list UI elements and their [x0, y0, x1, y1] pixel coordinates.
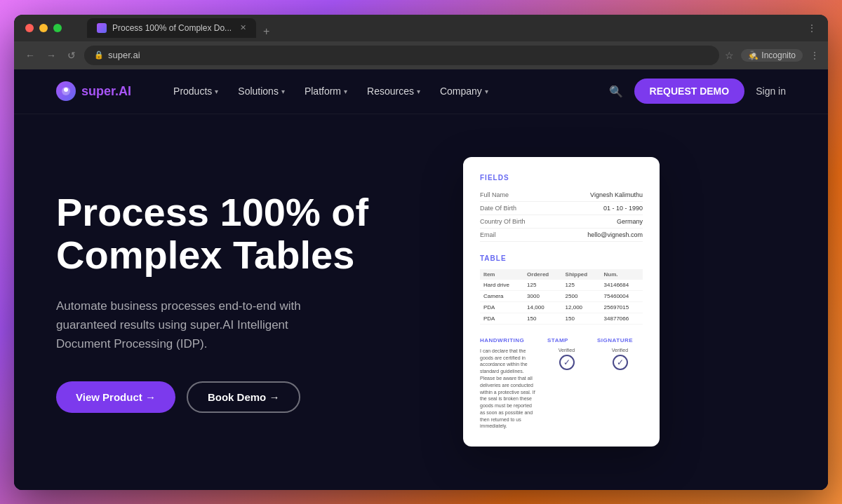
table-header-item: Item [480, 269, 523, 280]
incognito-icon: 🕵 [748, 50, 759, 60]
site-logo[interactable]: super.AI [56, 81, 131, 101]
table-cell: 3000 [523, 290, 561, 301]
table-cell: 2500 [562, 290, 601, 301]
chevron-down-icon: ▾ [215, 88, 218, 95]
nav-solutions-label: Solutions [238, 86, 279, 97]
signature-col: SIGNATURE Verified ✓ [597, 337, 643, 430]
nav-products-label: Products [173, 86, 212, 97]
table-cell: PDA [480, 313, 523, 324]
lock-icon: 🔒 [94, 50, 104, 60]
chevron-down-icon: ▾ [344, 88, 347, 95]
field-label-dob: Date Of Birth [480, 205, 516, 212]
field-value-dob: 01 - 10 - 1990 [603, 205, 643, 212]
browser-toolbar: ← → ↺ 🔒 super.ai ☆ 🕵 Incognito ⋮ [14, 41, 828, 69]
address-bar[interactable]: 🔒 super.ai [84, 46, 719, 65]
refresh-button[interactable]: ↺ [65, 48, 79, 62]
nav-item-resources[interactable]: Resources ▾ [359, 80, 429, 102]
doc-bottom-section: HANDWRITING I can declare that the goods… [480, 337, 643, 430]
close-window-button[interactable] [25, 24, 34, 32]
table-header-ordered: Ordered [523, 269, 561, 280]
table-cell: 34146684 [601, 280, 643, 291]
new-tab-button[interactable]: + [259, 25, 274, 38]
table-cell: 34877066 [601, 313, 643, 324]
signature-verified-badge: Verified ✓ [597, 348, 643, 370]
logo-icon [56, 81, 76, 101]
nav-item-company[interactable]: Company ▾ [432, 80, 497, 102]
doc-table-section: TABLE Item Ordered Shipped Num. [480, 254, 643, 325]
chevron-down-icon: ▾ [485, 88, 488, 95]
table-row: Camera 3000 2500 75460004 [480, 290, 643, 301]
browser-more-button[interactable]: ⋮ [807, 22, 817, 34]
fields-section-title: FIELDS [480, 174, 643, 182]
tab-bar: Process 100% of Complex Do... ✕ + [76, 18, 801, 38]
field-value-country: Germany [617, 218, 643, 225]
table-cell: 125 [523, 280, 561, 291]
table-cell: 75460004 [601, 290, 643, 301]
stamp-verified-label: Verified [559, 348, 575, 353]
doc-fields-section: FIELDS Full Name Vignesh Kalimuthu Date … [480, 174, 643, 242]
view-product-button[interactable]: View Product → [56, 381, 175, 413]
field-label-fullname: Full Name [480, 191, 509, 198]
nav-item-solutions[interactable]: Solutions ▾ [229, 80, 293, 102]
tab-close-button[interactable]: ✕ [240, 23, 246, 32]
incognito-badge: 🕵 Incognito [741, 49, 803, 62]
nav-item-platform[interactable]: Platform ▾ [296, 80, 356, 102]
table-cell: 125 [562, 280, 601, 291]
website-content: super.AI Products ▾ Solutions ▾ Platform… [14, 69, 828, 490]
stamp-section-title: STAMP [547, 337, 586, 343]
logo-ai: AI [119, 84, 131, 98]
table-cell: 25697015 [601, 301, 643, 313]
nav-company-label: Company [440, 86, 482, 97]
signature-verified-label: Verified [612, 348, 628, 353]
nav-links: Products ▾ Solutions ▾ Platform ▾ Resour… [165, 80, 609, 102]
handwriting-section-title: HANDWRITING [480, 337, 536, 343]
url-text: super.ai [108, 50, 140, 60]
chevron-down-icon: ▾ [281, 88, 285, 95]
table-row: PDA 14,000 12,000 25697015 [480, 301, 643, 313]
table-header-shipped: Shipped [562, 269, 601, 280]
document-card: FIELDS Full Name Vignesh Kalimuthu Date … [463, 157, 660, 447]
back-button[interactable]: ← [22, 48, 38, 62]
table-cell: 12,000 [562, 301, 601, 313]
field-value-fullname: Vignesh Kalimuthu [590, 191, 643, 198]
toolbar-actions: ☆ 🕵 Incognito ⋮ [725, 49, 820, 62]
signature-check-icon: ✓ [613, 355, 628, 370]
table-cell: PDA [480, 301, 523, 313]
chevron-down-icon: ▾ [417, 88, 420, 95]
forward-button[interactable]: → [44, 48, 59, 62]
browser-window: Process 100% of Complex Do... ✕ + ⋮ ← → … [14, 15, 828, 490]
field-value-email: hello@vignesh.com [587, 231, 643, 238]
doc-field-row: Full Name Vignesh Kalimuthu [480, 189, 643, 202]
table-cell: 14,000 [523, 301, 561, 313]
nav-resources-label: Resources [367, 86, 414, 97]
browser-chrome: Process 100% of Complex Do... ✕ + ⋮ ← → … [14, 15, 828, 69]
nav-actions: 🔍 REQUEST DEMO Sign in [609, 79, 786, 104]
request-demo-button[interactable]: REQUEST DEMO [634, 79, 745, 104]
sign-in-link[interactable]: Sign in [756, 86, 786, 97]
site-nav: super.AI Products ▾ Solutions ▾ Platform… [14, 69, 828, 114]
handwriting-col: HANDWRITING I can declare that the goods… [480, 337, 536, 430]
minimize-window-button[interactable] [39, 24, 48, 32]
stamp-check-icon: ✓ [559, 355, 575, 370]
logo-main: super [81, 84, 115, 98]
doc-table: Item Ordered Shipped Num. Hard drive 125… [480, 269, 643, 325]
signature-section-title: SIGNATURE [597, 337, 643, 343]
field-label-email: Email [480, 231, 496, 238]
maximize-window-button[interactable] [53, 24, 62, 32]
bookmark-icon[interactable]: ☆ [725, 50, 734, 61]
stamp-verified-badge: Verified ✓ [547, 348, 586, 370]
nav-item-products[interactable]: Products ▾ [165, 80, 227, 102]
doc-field-row: Date Of Birth 01 - 10 - 1990 [480, 202, 643, 215]
table-cell: 150 [562, 313, 601, 324]
table-row: Hard drive 125 125 34146684 [480, 280, 643, 291]
hero-content: Process 100% of Complex Tables Automate … [56, 191, 421, 414]
table-cell: Hard drive [480, 280, 523, 291]
hero-buttons: View Product → Book Demo → [56, 381, 421, 413]
table-header-num: Num. [601, 269, 643, 280]
browser-tab[interactable]: Process 100% of Complex Do... ✕ [87, 18, 256, 38]
search-icon[interactable]: 🔍 [609, 85, 623, 98]
tab-title: Process 100% of Complex Do... [112, 23, 232, 33]
book-demo-button[interactable]: Book Demo → [187, 381, 301, 413]
menu-icon[interactable]: ⋮ [810, 50, 820, 61]
doc-field-row: Email hello@vignesh.com [480, 229, 643, 242]
